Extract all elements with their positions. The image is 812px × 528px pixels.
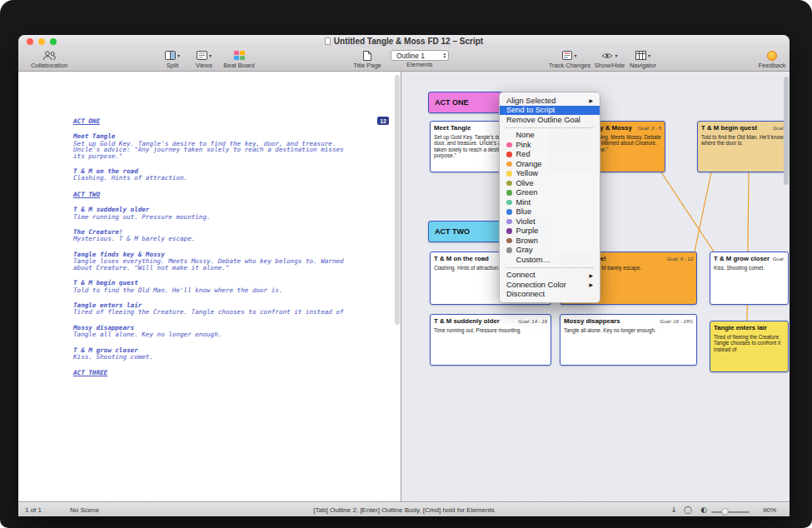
script-act[interactable]: ACT ONE xyxy=(73,118,351,124)
menu-item-align-selected[interactable]: Align Selected▶ xyxy=(500,96,600,106)
download-icon[interactable]: ↓ xyxy=(670,506,677,514)
toolbar-navigator-button[interactable]: ▾ Navigator xyxy=(623,49,663,69)
script-heading[interactable]: Mossy disappears xyxy=(73,325,351,331)
target-circle-icon[interactable]: ◯ xyxy=(684,506,692,514)
script-body[interactable]: Tangle all alone. Key no longer enough. xyxy=(73,331,351,337)
close-window-button[interactable] xyxy=(27,38,33,45)
script-heading[interactable]: Meet Tangle xyxy=(73,133,351,139)
beat-board-icon xyxy=(234,51,245,60)
beat-card-goal: Goal: xyxy=(773,257,785,262)
script-body[interactable]: Kiss. Shooting comet. xyxy=(73,354,351,360)
script-heading[interactable]: T & M on the road xyxy=(73,168,351,174)
split-view-icon xyxy=(165,51,176,60)
minimize-window-button[interactable] xyxy=(38,38,45,45)
color-swatch-icon xyxy=(506,238,512,244)
script-heading[interactable]: Tangle enters lair xyxy=(73,302,351,308)
dark-mode-moon-icon[interactable]: ◐ xyxy=(700,506,707,514)
board-scrollbar[interactable] xyxy=(784,77,789,185)
toolbar-split-button[interactable]: ▾ Split xyxy=(157,49,188,69)
script-heading[interactable]: The Creature! xyxy=(73,229,351,235)
script-heading[interactable]: T & M grow closer xyxy=(73,347,351,353)
menu-item-mint[interactable]: Mint xyxy=(500,197,600,207)
document-proxy-icon xyxy=(325,37,331,45)
beat-card-body: Tangle all alone. Key no longer enough. xyxy=(564,327,693,334)
card-t-m-begin-quest[interactable]: T & M begin questGoal:Told to find the O… xyxy=(697,121,789,172)
card-mossy-disappears[interactable]: Mossy disappearsGoal: 16 - 18½Tangle all… xyxy=(560,314,697,366)
script-pane[interactable]: 12 ACT ONEMeet TangleSet up Gold Key. Ta… xyxy=(18,72,401,501)
chevron-down-icon: ▾ xyxy=(615,52,617,58)
menu-item-label: Connect xyxy=(506,271,536,279)
beat-board-pane[interactable]: ACT ONEMeet TangleSet up Gold Key. Tangl… xyxy=(401,72,790,501)
menu-item-label: Custom… xyxy=(516,256,550,264)
beat-card-body: Time running out. Pressure mounting. xyxy=(434,327,547,334)
toolbar-collaboration-button[interactable]: Collaboration xyxy=(23,49,75,69)
scene-indicator: No Scene xyxy=(70,506,99,514)
beat-card-title: T & M begin quest xyxy=(701,124,757,132)
menu-item-label: Mint xyxy=(516,198,531,207)
menu-item-brown[interactable]: Brown xyxy=(500,236,600,246)
main-content: 12 ACT ONEMeet TangleSet up Gold Key. Ta… xyxy=(18,72,790,501)
menu-item-label: Green xyxy=(516,188,538,197)
zoom-slider-knob[interactable] xyxy=(721,508,729,516)
script-blocks: ACT ONEMeet TangleSet up Gold Key. Tangl… xyxy=(73,118,351,376)
beat-card-goal: Goal: xyxy=(773,126,785,131)
script-heading[interactable]: Tangle finds key & Mossy xyxy=(73,252,351,257)
script-heading[interactable]: T & M suddenly older xyxy=(73,207,351,212)
menu-item-label: Orange xyxy=(516,160,542,168)
script-body[interactable]: Mysterious. T & M barely escape. xyxy=(73,236,351,242)
menu-item-orange[interactable]: Orange xyxy=(500,159,600,169)
script-body[interactable]: Tangle loses everything. Meets Mossy. De… xyxy=(73,258,351,271)
card-t-m-suddenly-older[interactable]: T & M suddenly olderGoal: 14 - 16Time ru… xyxy=(430,314,551,366)
script-scrollbar[interactable] xyxy=(395,75,400,325)
toolbar-elements-label: Elements xyxy=(381,61,458,68)
menu-item-purple[interactable]: Purple xyxy=(500,227,600,237)
card-tangle-enters-lair[interactable]: Tangle enters lairTired of fleeing the C… xyxy=(710,321,789,372)
script-act[interactable]: ACT THREE xyxy=(73,370,351,376)
chevron-down-icon: ▾ xyxy=(648,52,650,58)
zoom-window-button[interactable] xyxy=(50,38,57,45)
menu-item-violet[interactable]: Violet xyxy=(500,217,600,227)
menu-item-gray[interactable]: Gray xyxy=(500,246,600,256)
script-act[interactable]: ACT TWO xyxy=(73,192,351,197)
script-heading[interactable]: T & M begin quest xyxy=(73,280,351,286)
beat-card-title: Tangle enters lair xyxy=(714,324,767,331)
menu-item-label: Red xyxy=(516,150,531,158)
color-swatch-icon xyxy=(506,228,512,234)
menu-item-disconnect[interactable]: Disconnect xyxy=(500,290,600,300)
menu-item-olive[interactable]: Olive xyxy=(500,178,600,188)
color-swatch-icon xyxy=(506,152,512,157)
menu-item-remove-outline-goal[interactable]: Remove Outline Goal xyxy=(500,115,600,125)
menu-item-label: Blue xyxy=(516,207,532,216)
beat-card-body: Kiss. Shooting comet. xyxy=(714,265,785,271)
window-titlebar[interactable]: Untitled Tangle & Moss FD 12 – Script xyxy=(18,35,790,47)
menu-item-blue[interactable]: Blue xyxy=(500,207,600,217)
toolbar-feedback-button[interactable]: Feedback xyxy=(755,49,790,69)
toolbar-elements-dropdown[interactable]: Outline 1 ▴▾ Elements xyxy=(381,49,458,68)
zoom-slider[interactable] xyxy=(711,509,750,516)
toolbar-navigator-label: Navigator xyxy=(623,62,663,69)
menu-item-send-to-script[interactable]: Send to Script xyxy=(500,106,600,116)
color-swatch-icon xyxy=(506,142,512,148)
menu-item-custom[interactable]: Custom… xyxy=(500,255,600,265)
menu-item-label: Gray xyxy=(516,246,533,254)
color-swatch-icon xyxy=(506,219,512,225)
menu-item-green[interactable]: Green xyxy=(500,188,600,198)
toolbar-track-changes-button[interactable]: ▾ Track Changes xyxy=(543,49,596,69)
menu-item-connection-color[interactable]: Connection Color▶ xyxy=(500,280,600,290)
menu-item-none[interactable]: None xyxy=(500,131,600,141)
menu-item-connect[interactable]: Connect▶ xyxy=(500,271,600,281)
menu-item-label: Purple xyxy=(516,227,539,235)
elements-combo-box[interactable]: Outline 1 ▴▾ xyxy=(391,50,449,61)
script-body[interactable]: Set up Gold Key. Tangle's desire to find… xyxy=(73,141,351,159)
beat-card-goal: Goal: 16 - 18½ xyxy=(660,319,693,324)
menu-item-yellow[interactable]: Yellow xyxy=(500,169,600,179)
toolbar-beat-board-button[interactable]: Beat Board xyxy=(220,49,258,69)
menu-item-pink[interactable]: Pink xyxy=(500,140,600,150)
script-body[interactable]: Clashing. Hints of attraction. xyxy=(73,175,351,181)
menu-item-red[interactable]: Red xyxy=(500,150,600,160)
toolbar-views-button[interactable]: ▾ Views xyxy=(188,49,220,69)
card-t-m-grow-closer[interactable]: T & M grow closerGoal:Kiss. Shooting com… xyxy=(710,252,789,305)
script-body[interactable]: Told to find the Old Man. He'll know whe… xyxy=(73,287,351,293)
script-body[interactable]: Tired of fleeing the Creature. Tangle ch… xyxy=(73,309,351,315)
script-body[interactable]: Time running out. Pressure mounting. xyxy=(73,214,351,220)
